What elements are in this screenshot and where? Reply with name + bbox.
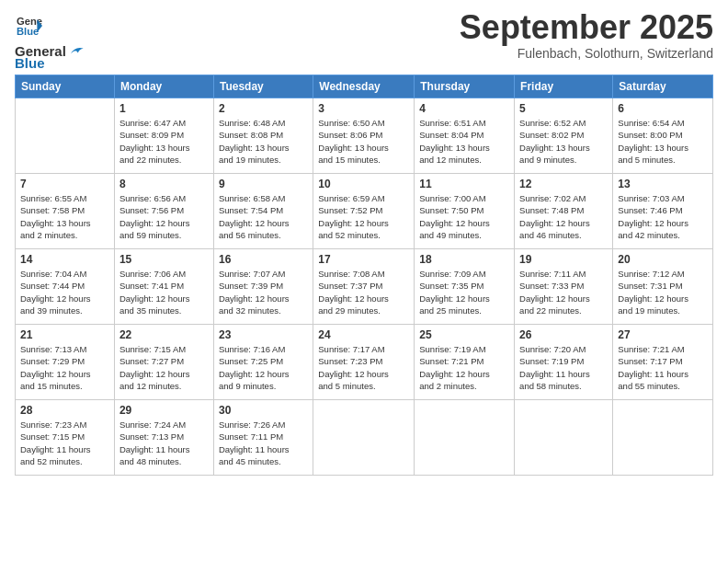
day-info: Sunrise: 7:04 AMSunset: 7:44 PMDaylight:… — [20, 268, 109, 316]
day-number: 14 — [20, 253, 109, 266]
day-info: Sunrise: 7:20 AMSunset: 7:19 PMDaylight:… — [519, 343, 608, 392]
day-info: Sunrise: 6:47 AMSunset: 8:09 PMDaylight:… — [119, 117, 209, 166]
day-info: Sunrise: 7:12 AMSunset: 7:31 PMDaylight:… — [618, 268, 708, 316]
calendar-cell: 30Sunrise: 7:26 AMSunset: 7:11 PMDayligh… — [213, 400, 313, 476]
calendar-cell: 7Sunrise: 6:55 AMSunset: 7:58 PMDaylight… — [16, 174, 115, 249]
day-number: 8 — [119, 178, 209, 190]
calendar-header-saturday: Saturday — [613, 75, 713, 98]
calendar-week-row: 7Sunrise: 6:55 AMSunset: 7:58 PMDaylight… — [16, 174, 713, 249]
day-number: 30 — [219, 404, 308, 417]
day-number: 13 — [618, 178, 708, 190]
calendar-cell: 11Sunrise: 7:00 AMSunset: 7:50 PMDayligh… — [415, 174, 515, 249]
calendar-header-tuesday: Tuesday — [213, 75, 313, 98]
day-info: Sunrise: 6:55 AMSunset: 7:58 PMDaylight:… — [20, 192, 109, 241]
day-info: Sunrise: 7:17 AMSunset: 7:23 PMDaylight:… — [318, 343, 409, 392]
day-info: Sunrise: 7:21 AMSunset: 7:17 PMDaylight:… — [618, 343, 708, 392]
logo: General Blue General Blue — [15, 13, 85, 71]
day-info: Sunrise: 7:11 AMSunset: 7:33 PMDaylight:… — [519, 268, 608, 316]
calendar-week-row: 14Sunrise: 7:04 AMSunset: 7:44 PMDayligh… — [16, 249, 713, 325]
day-number: 6 — [618, 102, 708, 115]
day-number: 7 — [20, 178, 109, 190]
day-info: Sunrise: 6:48 AMSunset: 8:08 PMDaylight:… — [219, 117, 308, 166]
calendar-cell: 18Sunrise: 7:09 AMSunset: 7:35 PMDayligh… — [415, 249, 515, 325]
day-number: 1 — [119, 102, 209, 115]
day-info: Sunrise: 7:02 AMSunset: 7:48 PMDaylight:… — [519, 192, 608, 241]
day-number: 3 — [318, 102, 409, 115]
calendar-cell: 2Sunrise: 6:48 AMSunset: 8:08 PMDaylight… — [213, 98, 313, 174]
calendar-cell: 6Sunrise: 6:54 AMSunset: 8:00 PMDaylight… — [613, 98, 713, 174]
day-number: 20 — [618, 253, 708, 266]
calendar-cell: 22Sunrise: 7:15 AMSunset: 7:27 PMDayligh… — [114, 325, 213, 400]
calendar-cell: 10Sunrise: 6:59 AMSunset: 7:52 PMDayligh… — [313, 174, 415, 249]
calendar-cell: 14Sunrise: 7:04 AMSunset: 7:44 PMDayligh… — [16, 249, 115, 325]
calendar-cell: 21Sunrise: 7:13 AMSunset: 7:29 PMDayligh… — [16, 325, 115, 400]
calendar-week-row: 1Sunrise: 6:47 AMSunset: 8:09 PMDaylight… — [16, 98, 713, 174]
day-number: 9 — [219, 178, 308, 190]
calendar-cell: 28Sunrise: 7:23 AMSunset: 7:15 PMDayligh… — [16, 400, 115, 476]
calendar-cell: 4Sunrise: 6:51 AMSunset: 8:04 PMDaylight… — [415, 98, 515, 174]
svg-text:Blue: Blue — [17, 26, 39, 37]
calendar-cell — [313, 400, 415, 476]
calendar-cell: 1Sunrise: 6:47 AMSunset: 8:09 PMDaylight… — [114, 98, 213, 174]
calendar-cell: 25Sunrise: 7:19 AMSunset: 7:21 PMDayligh… — [415, 325, 515, 400]
calendar-cell: 16Sunrise: 7:07 AMSunset: 7:39 PMDayligh… — [213, 249, 313, 325]
day-number: 15 — [119, 253, 209, 266]
day-number: 28 — [20, 404, 109, 417]
calendar-cell: 15Sunrise: 7:06 AMSunset: 7:41 PMDayligh… — [114, 249, 213, 325]
day-number: 5 — [519, 102, 608, 115]
day-number: 10 — [318, 178, 409, 190]
day-info: Sunrise: 7:08 AMSunset: 7:37 PMDaylight:… — [318, 268, 409, 316]
day-number: 29 — [119, 404, 209, 417]
calendar-cell — [16, 98, 115, 174]
calendar-cell: 13Sunrise: 7:03 AMSunset: 7:46 PMDayligh… — [613, 174, 713, 249]
day-info: Sunrise: 7:00 AMSunset: 7:50 PMDaylight:… — [419, 192, 509, 241]
calendar-cell — [613, 400, 713, 476]
day-info: Sunrise: 7:19 AMSunset: 7:21 PMDaylight:… — [419, 343, 509, 392]
day-info: Sunrise: 7:24 AMSunset: 7:13 PMDaylight:… — [119, 419, 209, 467]
day-info: Sunrise: 7:16 AMSunset: 7:25 PMDaylight:… — [219, 343, 308, 392]
calendar-cell: 3Sunrise: 6:50 AMSunset: 8:06 PMDaylight… — [313, 98, 415, 174]
day-number: 2 — [219, 102, 308, 115]
calendar-cell — [415, 400, 515, 476]
calendar-header-monday: Monday — [114, 75, 213, 98]
calendar-cell: 29Sunrise: 7:24 AMSunset: 7:13 PMDayligh… — [114, 400, 213, 476]
day-number: 23 — [219, 328, 308, 341]
day-info: Sunrise: 7:09 AMSunset: 7:35 PMDaylight:… — [419, 268, 509, 316]
day-info: Sunrise: 7:06 AMSunset: 7:41 PMDaylight:… — [119, 268, 209, 316]
logo-bird-icon — [68, 42, 85, 59]
day-info: Sunrise: 7:07 AMSunset: 7:39 PMDaylight:… — [219, 268, 308, 316]
day-number: 24 — [318, 328, 409, 341]
calendar-cell: 17Sunrise: 7:08 AMSunset: 7:37 PMDayligh… — [313, 249, 415, 325]
calendar-header-row: SundayMondayTuesdayWednesdayThursdayFrid… — [16, 75, 713, 98]
day-number: 4 — [419, 102, 509, 115]
calendar-cell: 27Sunrise: 7:21 AMSunset: 7:17 PMDayligh… — [613, 325, 713, 400]
day-number: 25 — [419, 328, 509, 341]
day-info: Sunrise: 7:23 AMSunset: 7:15 PMDaylight:… — [20, 419, 109, 467]
month-title: September 2025 — [460, 9, 713, 46]
day-number: 21 — [20, 328, 109, 341]
day-number: 26 — [519, 328, 608, 341]
calendar-cell: 20Sunrise: 7:12 AMSunset: 7:31 PMDayligh… — [613, 249, 713, 325]
day-number: 12 — [519, 178, 608, 190]
calendar-cell: 19Sunrise: 7:11 AMSunset: 7:33 PMDayligh… — [515, 249, 613, 325]
day-info: Sunrise: 7:15 AMSunset: 7:27 PMDaylight:… — [119, 343, 209, 392]
day-number: 22 — [119, 328, 209, 341]
calendar-cell: 12Sunrise: 7:02 AMSunset: 7:48 PMDayligh… — [515, 174, 613, 249]
calendar-header-wednesday: Wednesday — [313, 75, 415, 98]
logo-icon: General Blue — [17, 13, 42, 39]
day-info: Sunrise: 7:03 AMSunset: 7:46 PMDaylight:… — [618, 192, 708, 241]
day-info: Sunrise: 6:50 AMSunset: 8:06 PMDaylight:… — [318, 117, 409, 166]
calendar-table: SundayMondayTuesdayWednesdayThursdayFrid… — [15, 75, 713, 476]
day-number: 17 — [318, 253, 409, 266]
day-number: 27 — [618, 328, 708, 341]
calendar-header-friday: Friday — [515, 75, 613, 98]
day-number: 11 — [419, 178, 509, 190]
day-info: Sunrise: 6:51 AMSunset: 8:04 PMDaylight:… — [419, 117, 509, 166]
calendar-cell: 26Sunrise: 7:20 AMSunset: 7:19 PMDayligh… — [515, 325, 613, 400]
calendar-week-row: 21Sunrise: 7:13 AMSunset: 7:29 PMDayligh… — [16, 325, 713, 400]
calendar-header-thursday: Thursday — [415, 75, 515, 98]
calendar-cell: 5Sunrise: 6:52 AMSunset: 8:02 PMDaylight… — [515, 98, 613, 174]
day-info: Sunrise: 6:58 AMSunset: 7:54 PMDaylight:… — [219, 192, 308, 241]
day-info: Sunrise: 6:54 AMSunset: 8:00 PMDaylight:… — [618, 117, 708, 166]
day-info: Sunrise: 6:56 AMSunset: 7:56 PMDaylight:… — [119, 192, 209, 241]
